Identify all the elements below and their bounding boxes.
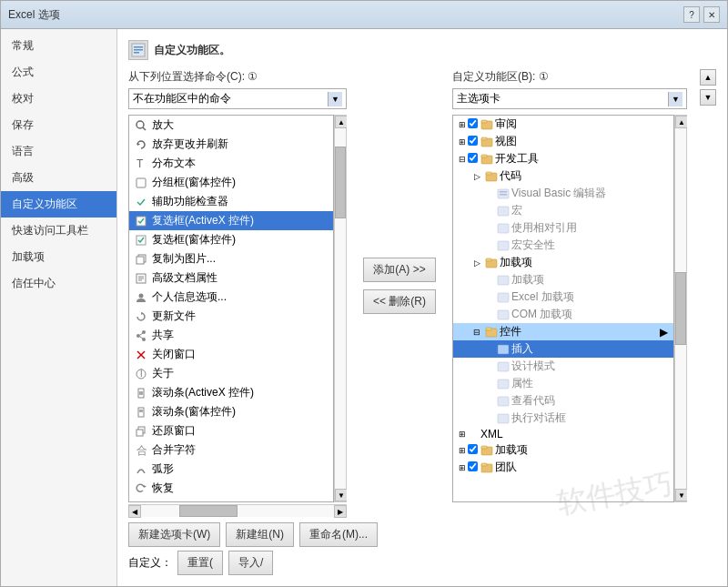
list-item[interactable]: 恢复 xyxy=(129,479,333,498)
right-tree[interactable]: ⊞ 审阅 ⊞ 视图 xyxy=(452,115,674,502)
sidebar-item-advanced[interactable]: 高级 xyxy=(1,165,116,191)
new-tab-button[interactable]: 新建选项卡(W) xyxy=(128,522,220,547)
tree-item-code[interactable]: ▷ 代码 xyxy=(453,167,673,185)
move-down-button[interactable]: ▼ xyxy=(700,89,716,106)
tree-item-addins-group[interactable]: ▷ 加载项 xyxy=(453,254,673,271)
sidebar-item-save[interactable]: 保存 xyxy=(1,112,116,138)
check-view[interactable] xyxy=(468,136,478,146)
tree-item-addins2[interactable]: ⊞ 加载项 xyxy=(453,441,673,459)
list-item[interactable]: 分组框(窗体控件) xyxy=(129,173,333,192)
tree-item-team[interactable]: ⊞ 团队 xyxy=(453,459,673,476)
left-scrollbar[interactable]: ▲ ▼ xyxy=(334,115,347,502)
tree-item-vbe[interactable]: Visual Basic 编辑器 xyxy=(453,185,673,202)
scroll-up[interactable]: ▲ xyxy=(335,116,347,128)
expand-icon[interactable]: ⊞ xyxy=(457,120,468,129)
list-item[interactable]: 复选框(窗体控件) xyxy=(129,230,333,249)
scroll-left[interactable]: ◀ xyxy=(128,505,141,518)
svg-rect-73 xyxy=(498,397,509,406)
tree-item-view[interactable]: ⊞ 视图 xyxy=(453,133,673,150)
remove-button[interactable]: << 删除(R) xyxy=(363,289,436,314)
svg-point-20 xyxy=(136,334,140,338)
check-team[interactable] xyxy=(468,461,478,471)
tree-item-macro-security[interactable]: 宏安全性 xyxy=(453,237,673,254)
sidebar-item-quick-access[interactable]: 快速访问工具栏 xyxy=(1,218,116,244)
tree-item-xml[interactable]: ⊞ XML xyxy=(453,427,673,441)
check-addins2[interactable] xyxy=(468,444,478,454)
list-item[interactable]: 复制为图片... xyxy=(129,249,333,268)
list-item[interactable]: 放大 xyxy=(129,116,333,135)
reset-button[interactable]: 重置( xyxy=(177,551,223,575)
help-button[interactable]: ? xyxy=(683,6,700,23)
scroll-thumb-right[interactable] xyxy=(675,272,686,344)
tree-item-excel-addin[interactable]: Excel 加载项 xyxy=(453,288,673,306)
scroll-thumb[interactable] xyxy=(335,147,346,218)
tree-item-design-mode[interactable]: 设计模式 xyxy=(453,358,673,375)
tree-item-addin[interactable]: 加载项 xyxy=(453,271,673,288)
scroll-down[interactable]: ▼ xyxy=(335,489,347,501)
left-list[interactable]: 放大 放弃更改并刷新 T 分布文本 xyxy=(128,115,334,502)
sidebar-item-language[interactable]: 语言 xyxy=(1,138,116,165)
expand-icon[interactable]: ⊞ xyxy=(457,430,468,439)
list-item[interactable]: 还原窗口 xyxy=(129,421,333,440)
sidebar-item-trust-center[interactable]: 信任中心 xyxy=(1,270,116,297)
left-hscrollbar[interactable]: ◀ ▶ xyxy=(128,504,347,517)
scroll-down-right[interactable]: ▼ xyxy=(675,489,687,501)
list-item[interactable]: T 分布文本 xyxy=(129,154,333,173)
list-item[interactable]: 滚动条(窗体控件) xyxy=(129,402,333,421)
tree-item-view-code[interactable]: 查看代码 xyxy=(453,392,673,410)
expand-icon[interactable]: ⊞ xyxy=(457,137,468,147)
rename-button[interactable]: 重命名(M)... xyxy=(299,522,378,547)
close-button[interactable]: ✕ xyxy=(703,6,720,23)
list-item[interactable]: 高级文档属性 xyxy=(129,268,333,288)
tree-item-controls[interactable]: ⊟ 控件 ▶ xyxy=(453,323,673,340)
scroll-up-right[interactable]: ▲ xyxy=(675,116,687,128)
tree-item-label: 执行对话框 xyxy=(511,410,566,426)
left-dropdown-arrow[interactable]: ▼ xyxy=(328,92,342,106)
check-devtools[interactable] xyxy=(468,153,478,163)
tree-item-insert[interactable]: 插入 xyxy=(453,340,673,358)
expand-icon[interactable]: ▷ xyxy=(471,258,482,268)
sidebar-item-addins[interactable]: 加载项 xyxy=(1,244,116,270)
expand-icon[interactable]: ⊞ xyxy=(457,446,468,455)
sidebar-item-general[interactable]: 常规 xyxy=(1,33,116,59)
list-item[interactable]: 放弃更改并刷新 xyxy=(129,135,333,154)
right-dropdown-arrow[interactable]: ▼ xyxy=(668,92,682,106)
scroll-h-track xyxy=(141,505,334,517)
list-item-selected[interactable]: 复选框(ActiveX 控件) xyxy=(129,211,333,230)
expand-icon[interactable]: ▷ xyxy=(471,172,482,181)
new-group-button[interactable]: 新建组(N) xyxy=(226,522,294,547)
list-item[interactable]: i 关于 xyxy=(129,364,333,383)
tree-item-props[interactable]: 属性 xyxy=(453,375,673,392)
move-up-button[interactable]: ▲ xyxy=(700,69,716,86)
list-item[interactable]: 共享 xyxy=(129,326,333,345)
tree-item-review[interactable]: ⊞ 审阅 xyxy=(453,116,673,133)
tree-item-rel-ref[interactable]: 使用相对引用 xyxy=(453,219,673,237)
tree-item-com-addin[interactable]: COM 加载项 xyxy=(453,306,673,323)
right-dropdown[interactable]: 主选项卡 ▼ xyxy=(452,88,687,109)
list-item[interactable]: 更新文件 xyxy=(129,307,333,326)
list-item[interactable]: 合 合并字符 xyxy=(129,440,333,460)
sidebar-item-proofing[interactable]: 校对 xyxy=(1,86,116,112)
expand-icon[interactable]: ⊟ xyxy=(471,328,482,337)
tree-item-devtools[interactable]: ⊟ 开发工具 xyxy=(453,150,673,167)
list-item[interactable]: 滚动条(ActiveX 控件) xyxy=(129,383,333,402)
scroll-right[interactable]: ▶ xyxy=(334,505,347,518)
add-button[interactable]: 添加(A) >> xyxy=(363,258,436,282)
list-item[interactable]: 个人信息选项... xyxy=(129,288,333,307)
scroll-h-thumb[interactable] xyxy=(179,505,238,517)
expand-icon[interactable]: ⊞ xyxy=(457,463,468,472)
expand-icon[interactable]: ⊟ xyxy=(457,155,468,164)
sidebar-item-formula[interactable]: 公式 xyxy=(1,59,116,86)
tree-item-label: 审阅 xyxy=(495,116,517,132)
list-item[interactable]: 关闭窗口 xyxy=(129,345,333,364)
list-item[interactable]: 弧形 xyxy=(129,460,333,479)
left-dropdown[interactable]: 不在功能区中的命令 ▼ xyxy=(128,88,347,109)
tree-item-macro[interactable]: 宏 xyxy=(453,202,673,219)
list-item[interactable]: 辅助功能检查器 xyxy=(129,192,333,211)
sidebar-item-customize-ribbon[interactable]: 自定义功能区 xyxy=(1,191,116,218)
tree-item-run-dialog[interactable]: 执行对话框 xyxy=(453,410,673,427)
check-review[interactable] xyxy=(468,118,478,128)
right-scrollbar[interactable]: ▲ ▼ xyxy=(674,115,687,502)
import-button[interactable]: 导入/ xyxy=(228,551,273,575)
list-item[interactable]: 回复时包含更改... xyxy=(129,498,333,502)
